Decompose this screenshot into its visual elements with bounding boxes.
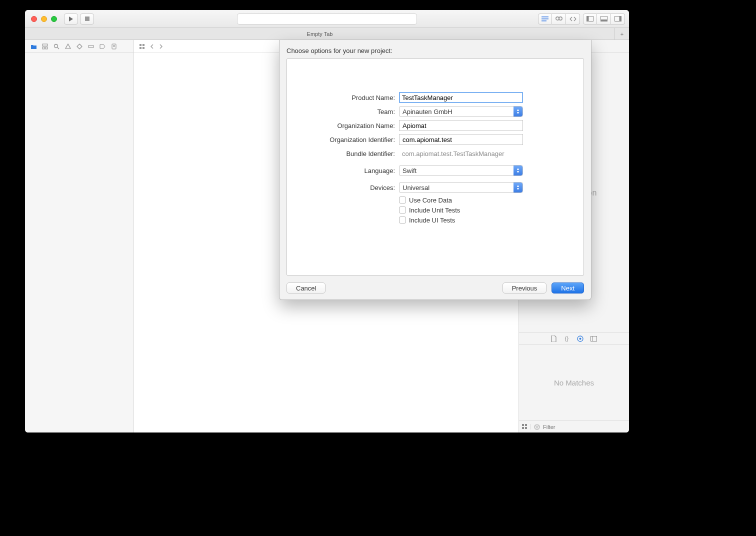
chevron-updown-icon: ▲▼ (514, 166, 522, 176)
svg-rect-8 (587, 16, 589, 22)
new-project-options-sheet: Choose options for your new project: Pro… (279, 40, 592, 300)
ui-tests-label: Include UI Tests (409, 216, 455, 224)
forward-button-icon[interactable] (159, 44, 163, 49)
editor-area: Choose options for your new project: Pro… (134, 40, 519, 432)
svg-rect-33 (522, 424, 524, 426)
svg-rect-2 (542, 16, 548, 18)
source-control-icon[interactable] (42, 43, 48, 50)
svg-rect-36 (525, 427, 527, 429)
minimize-window-button[interactable] (41, 16, 47, 22)
back-button-icon[interactable] (150, 44, 154, 49)
chevron-updown-icon: ▲▼ (514, 106, 522, 116)
related-items-icon[interactable] (139, 44, 145, 50)
test-navigator-icon[interactable] (76, 43, 83, 50)
svg-rect-35 (522, 427, 524, 429)
svg-rect-31 (591, 336, 597, 342)
tab-empty[interactable]: Empty Tab (25, 28, 615, 40)
org-name-input[interactable] (399, 120, 523, 131)
previous-button[interactable]: Previous (502, 282, 547, 294)
language-select[interactable]: Swift ▲▼ (399, 165, 523, 176)
product-name-input[interactable] (399, 92, 523, 103)
devices-label: Devices: (287, 184, 399, 192)
library-filter-input[interactable] (543, 424, 626, 430)
core-data-checkbox[interactable] (399, 196, 406, 204)
issue-navigator-icon[interactable] (64, 43, 72, 50)
navigator-panel (25, 40, 134, 432)
svg-rect-1 (85, 16, 90, 21)
tabbar: Empty Tab + (25, 28, 629, 40)
code-snippet-icon[interactable]: {} (564, 336, 570, 342)
core-data-label: Use Core Data (409, 196, 452, 204)
team-select[interactable]: Apinauten GmbH ▲▼ (399, 106, 523, 117)
toggle-navigator-button[interactable] (583, 14, 597, 24)
project-navigator-icon[interactable] (30, 43, 37, 50)
devices-select[interactable]: Universal ▲▼ (399, 182, 523, 193)
library-selector: {} (519, 333, 629, 345)
cancel-button[interactable]: Cancel (286, 282, 326, 294)
assistant-editor-button[interactable] (552, 14, 566, 24)
sheet-form-box: Product Name: Team: Apinauten GmbH ▲▼ (286, 58, 584, 276)
svg-rect-4 (542, 20, 546, 22)
product-name-label: Product Name: (287, 94, 399, 102)
zoom-window-button[interactable] (51, 16, 57, 22)
svg-marker-0 (69, 16, 73, 22)
org-id-input[interactable] (399, 134, 523, 145)
toggle-debug-button[interactable] (597, 14, 611, 24)
new-tab-button[interactable]: + (615, 28, 629, 40)
run-button[interactable] (64, 14, 78, 24)
org-id-label: Organization Identifier: (287, 136, 399, 144)
svg-rect-34 (525, 424, 527, 426)
unit-tests-label: Include Unit Tests (409, 206, 460, 214)
stop-button[interactable] (80, 14, 94, 24)
svg-rect-3 (542, 18, 548, 20)
svg-rect-13 (42, 44, 48, 46)
team-label: Team: (287, 108, 399, 116)
org-name-label: Organization Name: (287, 122, 399, 130)
titlebar (25, 10, 629, 28)
svg-rect-25 (142, 47, 144, 49)
bundle-id-label: Bundle Identifier: (287, 150, 399, 158)
svg-rect-14 (42, 47, 44, 49)
svg-point-30 (580, 338, 582, 340)
breakpoint-navigator-icon[interactable] (99, 43, 106, 50)
team-select-value: Apinauten GmbH (402, 108, 452, 116)
devices-select-value: Universal (402, 184, 430, 192)
standard-editor-button[interactable] (538, 14, 552, 24)
version-editor-button[interactable] (566, 14, 580, 24)
svg-rect-24 (140, 47, 142, 49)
file-template-icon[interactable] (551, 336, 556, 342)
svg-rect-23 (142, 44, 144, 46)
svg-rect-10 (600, 20, 607, 22)
debug-navigator-icon[interactable] (88, 43, 94, 50)
svg-text:{}: {} (565, 336, 569, 342)
activity-view (237, 14, 417, 24)
ui-tests-checkbox[interactable] (399, 216, 406, 224)
close-window-button[interactable] (31, 16, 37, 22)
tab-label: Empty Tab (307, 31, 333, 37)
chevron-updown-icon: ▲▼ (514, 182, 522, 192)
next-button[interactable]: Next (552, 282, 584, 294)
bundle-id-value: com.apiomat.test.TestTaskManager (399, 150, 504, 158)
language-label: Language: (287, 167, 399, 174)
toggle-inspector-button[interactable] (611, 14, 625, 24)
grid-list-toggle-icon[interactable] (522, 424, 531, 430)
svg-point-16 (54, 44, 58, 48)
search-navigator-icon[interactable] (53, 43, 60, 50)
filter-icon (534, 424, 540, 430)
library-body: No Matches (519, 345, 629, 420)
svg-rect-32 (591, 336, 593, 342)
no-matches-label: No Matches (554, 378, 594, 387)
navigator-selector (25, 40, 134, 53)
language-select-value: Swift (402, 167, 416, 174)
traffic-lights (31, 16, 57, 22)
report-navigator-icon[interactable] (110, 43, 118, 50)
object-library-icon[interactable] (577, 336, 584, 342)
library-filter-bar (519, 420, 629, 432)
library-panel: {} No Matches (519, 332, 629, 432)
svg-rect-18 (88, 46, 94, 48)
svg-rect-12 (619, 16, 621, 22)
svg-rect-15 (46, 47, 48, 49)
window-body: Choose options for your new project: Pro… (25, 40, 629, 432)
media-library-icon[interactable] (590, 336, 597, 342)
unit-tests-checkbox[interactable] (399, 206, 406, 214)
